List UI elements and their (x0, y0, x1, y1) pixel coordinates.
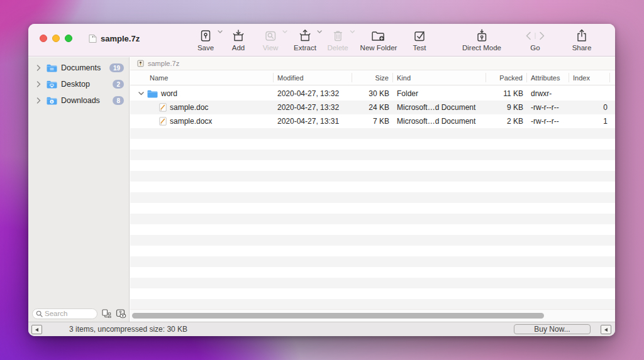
search-icon (36, 310, 43, 317)
buy-now-button[interactable]: Buy Now... (514, 324, 591, 334)
toolbar-save-button[interactable]: Save (196, 27, 216, 55)
archive-app-window: sample.7z Save Add (28, 24, 615, 336)
doc-file-icon (159, 117, 167, 126)
archive-file-icon (137, 60, 144, 67)
toolbar-delete-button[interactable]: Delete (327, 27, 348, 55)
tree-view-button[interactable] (102, 309, 111, 318)
sidebar-item-documents[interactable]: Documents 19 (28, 60, 129, 76)
left-triangle-icon (35, 328, 38, 332)
traffic-lights (40, 35, 72, 42)
archive-preview-button[interactable] (116, 309, 126, 319)
archive-preview-icon (116, 309, 126, 319)
file-attributes: drwxr- (527, 89, 569, 98)
toolbar-test-button[interactable]: Test (409, 27, 430, 55)
chevron-down-icon (218, 30, 223, 34)
disclosure-chevron-icon[interactable] (36, 97, 42, 104)
left-triangle-icon (604, 328, 608, 332)
toolbar-share-label: Share (572, 44, 592, 52)
file-attributes: -rw-r--r-- (527, 103, 569, 112)
tree-view-icon (102, 309, 111, 318)
search-field[interactable] (32, 308, 97, 319)
file-size: 30 KB (352, 89, 393, 98)
file-packed: 11 KB (486, 89, 527, 98)
status-summary: 3 items, uncompressed size: 30 KB (69, 325, 187, 334)
close-window-button[interactable] (40, 35, 47, 42)
chevron-down-icon (317, 30, 322, 34)
column-header-kind[interactable]: Kind (393, 73, 486, 82)
file-kind: Folder (393, 89, 486, 98)
toolbar-add-button[interactable]: Add (228, 27, 248, 55)
toolbar-direct-mode-button[interactable]: Direct Mode (462, 27, 501, 55)
horizontal-scrollbar-thumb[interactable] (132, 313, 544, 319)
sidebar-item-label: Desktop (61, 80, 90, 89)
sidebar-bottom-bar (28, 305, 129, 322)
file-index: 0 (569, 103, 610, 112)
file-size: 7 KB (352, 117, 393, 126)
sidebar-item-label: Downloads (61, 96, 100, 105)
column-header-attributes[interactable]: Attributes (527, 73, 569, 82)
column-header-filler (610, 73, 615, 82)
sidebar-item-downloads[interactable]: Downloads 8 (28, 92, 129, 109)
file-name: sample.docx (170, 117, 212, 126)
file-modified: 2020-04-27, 13:31 (274, 117, 352, 126)
column-header-row: Name Modified Size Kind Packed Attribute… (130, 70, 615, 85)
toolbar-add-label: Add (228, 44, 248, 52)
box-add-icon (231, 29, 245, 43)
file-size: 24 KB (352, 103, 393, 112)
search-input[interactable] (45, 310, 90, 317)
path-bar-text: sample.7z (148, 60, 179, 67)
toolbar-direct-mode-label: Direct Mode (462, 44, 501, 52)
column-header-index[interactable]: Index (569, 73, 610, 82)
window-title: sample.7z (101, 34, 140, 43)
archive-save-icon (199, 29, 213, 43)
toolbar-delete-label: Delete (327, 44, 348, 52)
toolbar-extract-label: Extract (294, 44, 316, 52)
table-row-word[interactable]: word 2020-04-27, 13:32 30 KB Folder 11 K… (130, 87, 615, 101)
magnifier-box-icon (264, 29, 277, 43)
status-bar: 3 items, uncompressed size: 30 KB Buy No… (28, 322, 615, 336)
toolbar-view-button[interactable]: View (260, 27, 280, 55)
file-kind: Microsoft…d Document (393, 117, 486, 126)
disclosure-chevron-icon[interactable] (36, 65, 42, 71)
collapse-sidebar-button[interactable] (31, 325, 42, 334)
toolbar-extract-button[interactable]: Extract (294, 27, 316, 55)
zoom-window-button[interactable] (65, 35, 72, 42)
collapse-panel-button[interactable] (601, 325, 611, 334)
column-header-modified[interactable]: Modified (274, 73, 352, 82)
chevron-down-icon (282, 30, 287, 34)
downloads-folder-icon (47, 97, 57, 105)
path-bar: sample.7z (130, 57, 615, 70)
expanded-chevron-icon[interactable] (138, 92, 144, 95)
toolbar-new-folder-button[interactable]: New Folder (360, 27, 397, 55)
toolbar-share-button[interactable]: Share (572, 27, 592, 55)
toolbar-go-buttons[interactable]: Go (521, 27, 549, 55)
horizontal-scrollbar-track[interactable] (130, 309, 615, 322)
column-header-packed[interactable]: Packed (486, 73, 527, 82)
column-header-name[interactable]: Name (130, 73, 274, 82)
file-modified: 2020-04-27, 13:32 (274, 89, 352, 98)
file-modified: 2020-04-27, 13:32 (274, 103, 352, 112)
item-count-badge: 8 (113, 96, 124, 105)
column-header-size[interactable]: Size (352, 73, 393, 82)
minimize-window-button[interactable] (52, 35, 60, 42)
file-packed: 2 KB (486, 117, 527, 126)
file-list: word 2020-04-27, 13:32 30 KB Folder 11 K… (130, 87, 615, 309)
folder-icon (147, 90, 158, 98)
document-icon (89, 34, 97, 43)
file-index: 1 (569, 117, 610, 126)
file-kind: Microsoft…d Document (393, 103, 486, 112)
file-attributes: -rw-r--r-- (527, 117, 569, 126)
documents-folder-icon (47, 64, 57, 72)
chevron-down-icon (350, 30, 355, 34)
table-row-sample-docx[interactable]: sample.docx 2020-04-27, 13:31 7 KB Micro… (130, 114, 615, 128)
disclosure-chevron-icon[interactable] (36, 81, 42, 87)
back-forward-icons (523, 31, 548, 41)
table-row-sample-doc[interactable]: sample.doc 2020-04-27, 13:32 24 KB Micro… (130, 101, 615, 114)
box-extract-icon (298, 29, 312, 43)
share-icon (575, 29, 589, 43)
sidebar-item-desktop[interactable]: Desktop 2 (28, 76, 129, 92)
toolbar-go-label: Go (521, 44, 549, 52)
item-count-badge: 2 (113, 80, 124, 89)
checkbox-check-icon (413, 29, 426, 43)
folder-plus-icon (371, 29, 386, 43)
